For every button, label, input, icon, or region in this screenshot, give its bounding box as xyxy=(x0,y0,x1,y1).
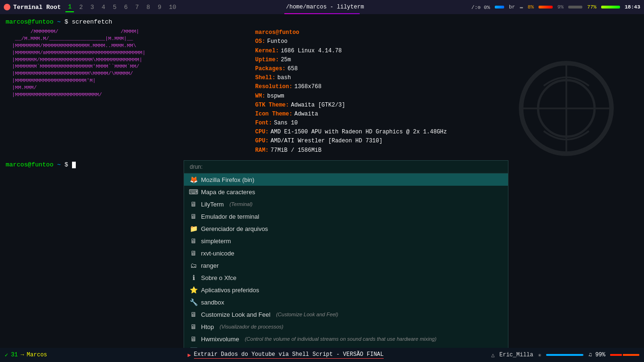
tab-1[interactable]: 1 xyxy=(65,2,74,12)
sysinfo-packages: Packages: 658 xyxy=(255,65,447,74)
workspace-name: Marcos xyxy=(27,352,47,358)
volume-fill xyxy=(546,354,583,356)
sysinfo-gpu-key: GPU: xyxy=(255,137,269,146)
sysinfo-wm-val: bspwm xyxy=(267,92,284,101)
terminal-area[interactable]: marcos@funtoo ~ $ screenfetch /MMMMMMM/ … xyxy=(0,14,644,348)
drun-item-sandbox[interactable]: 🔧 sandbox xyxy=(184,296,508,308)
window-title: /home/marcos - lilyterm xyxy=(286,4,364,10)
sysinfo-uptime-key: Uptime: xyxy=(255,56,279,65)
ranger-icon: 🗂 xyxy=(190,262,197,269)
sysinfo-resolution: Resolution: 644x362 xyxy=(255,82,447,91)
drun-item-lilyterm[interactable]: 🖥 LilyTerm (Terminal) xyxy=(184,198,508,210)
drun-label: drun: xyxy=(190,164,202,170)
sysinfo-block: marcos@funtoo OS: Funtoo Kernel: i686 Li… xyxy=(255,28,447,155)
customize-icon: 🖥 xyxy=(190,311,197,318)
drun-item-charmap[interactable]: ⌨ Mapa de caracteres xyxy=(184,186,508,198)
drun-item-lilyterm-sub: (Terminal) xyxy=(229,201,252,207)
sysinfo-gtk-key: GTK Theme: xyxy=(255,101,289,110)
cpu-mini-bar xyxy=(610,354,639,356)
tab-8[interactable]: 8 xyxy=(144,3,153,12)
song-title: Extrair Dados do Youtube via Shell Scrip… xyxy=(194,351,384,359)
fontforge-icon: 🔤 xyxy=(190,347,197,348)
sysinfo-ram: RAM: 77MiB / 1586MiB xyxy=(255,146,447,155)
lilyterm-icon: 🖥 xyxy=(190,200,197,208)
sysinfo-userhost-val: marcos@funtoo xyxy=(255,28,299,37)
settings-icon: ✳ xyxy=(538,352,541,359)
cursor xyxy=(72,162,76,168)
sysinfo-wm-key: WM: xyxy=(255,92,266,101)
sysinfo-ram-key: RAM: xyxy=(255,146,269,155)
drun-item-terminal-label: Emulador de terminal xyxy=(201,213,259,220)
volume-bar xyxy=(546,354,584,356)
drun-item-preferred-apps-label: Aplicativos preferidos xyxy=(201,287,259,294)
cpu1-pct: 8% xyxy=(528,4,534,10)
sysinfo-uptime-val: 25m xyxy=(281,56,291,65)
drun-item-sandbox-label: sandbox xyxy=(201,299,224,306)
drun-item-firefox[interactable]: 🦊 Mozilla Firefox (bin) xyxy=(184,173,508,186)
tab-3[interactable]: 3 xyxy=(88,3,97,12)
drun-item-firefox-label: Mozilla Firefox (bin) xyxy=(201,176,254,183)
tab-10[interactable]: 10 xyxy=(167,3,179,12)
tab-4[interactable]: 4 xyxy=(99,3,108,12)
drun-item-preferred-apps[interactable]: ⭐ Aplicativos preferidos xyxy=(184,284,508,296)
sysinfo-icon-val: Adwaita xyxy=(294,110,318,119)
drun-item-fontforge[interactable]: 🔤 FontForge (Font Editor) xyxy=(184,345,508,348)
cpu-bar-1 xyxy=(610,354,622,356)
prompt-user: marcos xyxy=(6,18,28,25)
sysinfo-shell: Shell: bash xyxy=(255,74,447,82)
now-playing: ▶ Extrair Dados do Youtube via Shell Scr… xyxy=(188,351,384,359)
sysinfo-font-key: Font: xyxy=(255,119,272,128)
tab-7[interactable]: 7 xyxy=(133,3,141,12)
sysinfo-wm: WM: bspwm xyxy=(255,92,447,101)
drun-item-lilyterm-label: LilyTerm xyxy=(201,201,224,208)
simpleterm-icon: 🖥 xyxy=(190,237,197,245)
drun-item-rxvt[interactable]: 🖥 rxvt-unicode xyxy=(184,247,508,259)
tab-9[interactable]: 9 xyxy=(155,3,164,12)
first-prompt-line: marcos@funtoo ~ $ screenfetch xyxy=(6,18,638,26)
drun-item-simpleterm[interactable]: 🖥 simpleterm xyxy=(184,235,508,247)
drun-item-filemanager[interactable]: 📁 Gerenciador de arquivos xyxy=(184,222,508,235)
drun-overlay[interactable]: drun: 🦊 Mozilla Firefox (bin) ⌨ Mapa de … xyxy=(184,160,508,348)
sysinfo-os-val: Funtoo xyxy=(267,37,288,46)
drun-item-hwmixvolume-sub: (Control the volume of individual stream… xyxy=(245,336,436,342)
drun-item-ranger-label: ranger xyxy=(201,262,219,269)
title-underline xyxy=(284,13,360,14)
drun-item-htop[interactable]: 🖥 Htop (Visualizador de processos) xyxy=(184,321,508,333)
tab-5[interactable]: 5 xyxy=(111,3,119,12)
drun-header: drun: xyxy=(184,161,508,173)
audio-bar xyxy=(495,6,504,8)
filemanager-icon: 📁 xyxy=(190,225,197,232)
sysinfo-kernel-key: Kernel: xyxy=(255,47,279,56)
drun-item-about-xfce[interactable]: ℹ Sobre o Xfce xyxy=(184,272,508,284)
play-icon: ▶ xyxy=(188,352,191,359)
drun-item-hwmixvolume[interactable]: 🖥 Hwmixvolume (Control the volume of ind… xyxy=(184,333,508,345)
sysinfo-gtk: GTK Theme: Adwaita [GTK2/3] xyxy=(255,101,447,110)
drun-item-ranger[interactable]: 🗂 ranger xyxy=(184,259,508,272)
cpu2-bar xyxy=(568,6,582,8)
check-icon: ✓ xyxy=(5,352,8,359)
tab-6[interactable]: 6 xyxy=(121,3,130,12)
window-title-area: /home/marcos - lilyterm xyxy=(181,4,468,10)
charmap-icon: ⌨ xyxy=(190,188,197,196)
sysinfo-os: OS: Funtoo xyxy=(255,37,447,46)
tab-2[interactable]: 2 xyxy=(77,3,85,12)
drun-item-terminal[interactable]: 🖥 Emulador de terminal xyxy=(184,210,508,222)
drun-item-htop-sub: (Visualizador de processos) xyxy=(219,324,283,329)
ascii-art: /MMMMMMM/ /MMMM| __/M.MMM.M/____________… xyxy=(6,28,246,155)
close-button[interactable] xyxy=(4,4,10,10)
drun-item-customize-label: Customize Look and Feel xyxy=(201,311,270,318)
sysinfo-icon-theme: Icon Theme: Adwaita xyxy=(255,110,447,119)
status-area: /:⊙ 0% br ▬ 8% 9% 77% 18:43 xyxy=(471,4,640,10)
drun-item-charmap-label: Mapa de caracteres xyxy=(201,189,255,196)
about-xfce-icon: ℹ xyxy=(190,274,197,281)
sysinfo-packages-val: 658 xyxy=(288,65,298,74)
battery-pct: 77% xyxy=(587,4,596,10)
htop-icon: 🖥 xyxy=(190,323,197,330)
sysinfo-shell-val: bash xyxy=(277,74,291,82)
prompt-host: funtoo xyxy=(32,18,54,25)
sysinfo-gpu-val: AMD/ATI Wrestler [Radeon HD 7310] xyxy=(271,137,383,146)
preferred-apps-icon: ⭐ xyxy=(190,286,197,294)
cpu2-pct: 9% xyxy=(557,4,564,10)
sysinfo-os-key: OS: xyxy=(255,37,266,46)
drun-item-customize[interactable]: 🖥 Customize Look and Feel (Customize Loo… xyxy=(184,308,508,321)
